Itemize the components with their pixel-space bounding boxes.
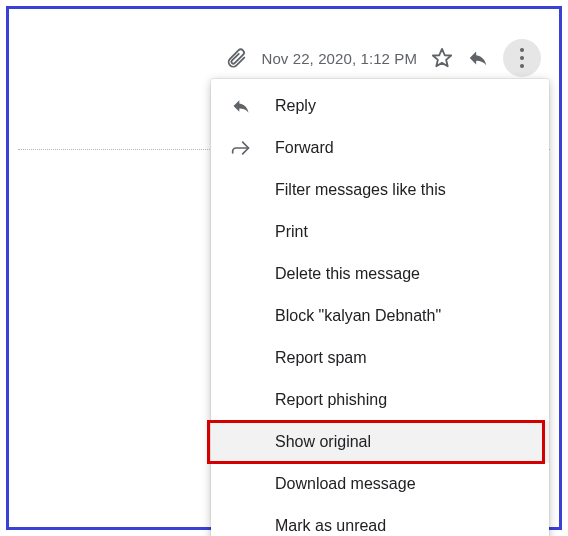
menu-item-label: Print [275,223,529,241]
forward-icon [231,138,275,158]
menu-item-label: Reply [275,97,529,115]
menu-item-label: Delete this message [275,265,529,283]
message-actions-menu: Reply Forward Filter messages like this … [211,79,549,536]
svg-marker-0 [433,49,451,66]
menu-item-label: Download message [275,475,529,493]
menu-item-label: Mark as unread [275,517,529,535]
more-vert-icon [520,46,524,70]
menu-item-label: Forward [275,139,529,157]
app-frame: Nov 22, 2020, 1:12 PM [6,6,562,530]
menu-item-label: Show original [275,433,529,451]
star-icon[interactable] [431,47,453,69]
menu-item-report-spam[interactable]: Report spam [211,337,549,379]
menu-item-filter[interactable]: Filter messages like this [211,169,549,211]
menu-item-block[interactable]: Block "kalyan Debnath" [211,295,549,337]
menu-item-show-original[interactable]: Show original [211,421,549,463]
timestamp[interactable]: Nov 22, 2020, 1:12 PM [261,50,417,67]
menu-item-print[interactable]: Print [211,211,549,253]
message-header: Nov 22, 2020, 1:12 PM [225,39,541,77]
menu-item-delete[interactable]: Delete this message [211,253,549,295]
menu-item-label: Block "kalyan Debnath" [275,307,529,325]
menu-item-report-phishing[interactable]: Report phishing [211,379,549,421]
menu-item-forward[interactable]: Forward [211,127,549,169]
menu-item-reply[interactable]: Reply [211,85,549,127]
menu-item-label: Report spam [275,349,529,367]
reply-icon[interactable] [467,47,489,69]
paperclip-icon[interactable] [225,47,247,69]
more-actions-button[interactable] [503,39,541,77]
menu-item-mark-unread[interactable]: Mark as unread [211,505,549,536]
menu-item-label: Report phishing [275,391,529,409]
menu-item-label: Filter messages like this [275,181,529,199]
menu-item-download[interactable]: Download message [211,463,549,505]
reply-icon [231,96,275,116]
